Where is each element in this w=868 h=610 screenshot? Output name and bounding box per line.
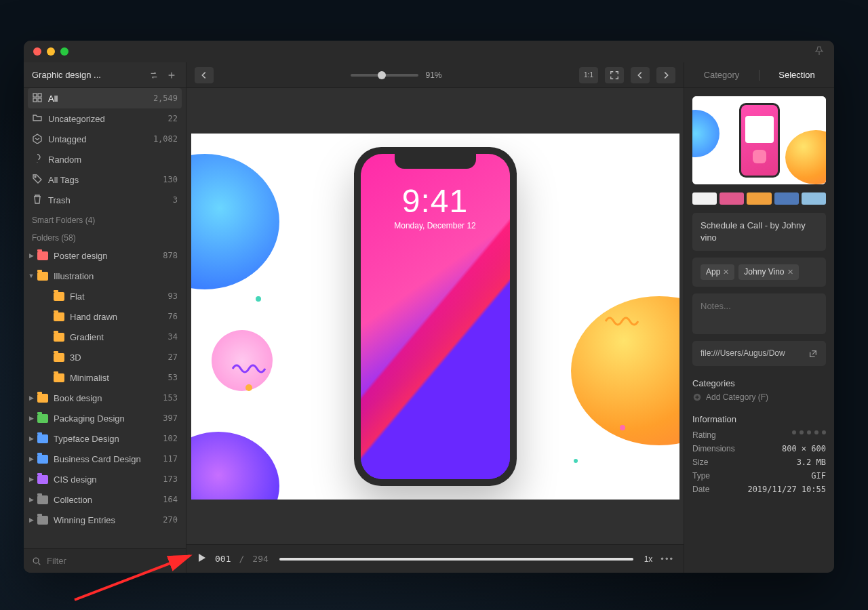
remove-tag-icon[interactable]: ✕ xyxy=(787,267,793,277)
folder-icon xyxy=(37,475,48,484)
folder-poster-design[interactable]: ▶ Poster design 878 xyxy=(24,245,186,266)
sidebar-item-all-tags[interactable]: All Tags 130 xyxy=(24,169,186,190)
phone-date: Monday, December 12 xyxy=(354,221,517,230)
chevron-icon[interactable]: ▶ xyxy=(28,394,35,401)
folder-packaging-design[interactable]: ▶ Packaging Design 397 xyxy=(24,408,186,428)
play-progress[interactable] xyxy=(279,558,633,561)
thumbnail-preview[interactable]: GIF xyxy=(692,96,826,184)
item-url[interactable]: file:///Users/Augus/Dow xyxy=(692,341,826,366)
sidebar-scroll[interactable]: All 2,549 Uncategorized 22 Untagged 1,08… xyxy=(24,88,186,548)
tab-category[interactable]: Category xyxy=(684,70,759,80)
inspector-tabs: Category Selection xyxy=(684,62,834,88)
open-url-icon[interactable] xyxy=(808,349,818,359)
folder-collection[interactable]: ▶ Collection 164 xyxy=(24,489,186,510)
add-category-button[interactable]: Add Category (F) xyxy=(684,392,834,409)
app-window: Graphic design ... All 2,549 Uncategoriz… xyxy=(24,41,834,573)
next-button[interactable] xyxy=(656,67,675,83)
folder-icon xyxy=(54,312,64,321)
sidebar: Graphic design ... All 2,549 Uncategoriz… xyxy=(24,62,186,573)
back-button[interactable] xyxy=(195,67,214,83)
play-speed[interactable]: 1x xyxy=(644,554,653,564)
folder-winning-entries[interactable]: ▶ Winning Entries 270 xyxy=(24,510,186,530)
fit-button[interactable] xyxy=(605,67,624,83)
folder-icon xyxy=(37,495,48,504)
svg-rect-3 xyxy=(38,98,41,102)
color-swatch[interactable] xyxy=(692,192,717,205)
folder-3d[interactable]: 3D 27 xyxy=(24,347,186,367)
item-tags[interactable]: App✕Johny Vino✕ xyxy=(692,258,826,287)
color-swatch[interactable] xyxy=(719,192,744,205)
preview-image: 9:41 Monday, December 12 xyxy=(191,134,679,500)
sidebar-item-uncategorized[interactable]: Uncategorized 22 xyxy=(24,108,186,129)
folder-icon xyxy=(54,353,64,362)
zoom-button[interactable] xyxy=(60,47,68,56)
folder-hand-drawn[interactable]: Hand drawn 76 xyxy=(24,306,186,327)
main-pane: 91% 1:1 xyxy=(186,62,684,573)
folder-icon xyxy=(37,455,48,464)
folder-flat[interactable]: Flat 93 xyxy=(24,286,186,306)
folder-business-card-design[interactable]: ▶ Business Card Design 117 xyxy=(24,449,186,469)
information-label: Information xyxy=(684,409,834,428)
smart-folders-section[interactable]: Smart Folders (4) xyxy=(24,210,186,228)
tab-selection[interactable]: Selection xyxy=(760,70,834,80)
folder-cis-design[interactable]: ▶ CIS design 173 xyxy=(24,469,186,489)
sidebar-item-all[interactable]: All 2,549 xyxy=(28,88,182,108)
folder-typeface-design[interactable]: ▶ Typeface Design 102 xyxy=(24,428,186,449)
chevron-icon[interactable]: ▶ xyxy=(28,476,35,483)
folder-icon xyxy=(37,414,48,423)
info-dimensions: Dimensions 800 × 600 xyxy=(684,442,834,455)
folder-icon xyxy=(54,333,64,342)
folder-icon xyxy=(37,272,48,281)
close-button[interactable] xyxy=(33,47,41,56)
filter-bar xyxy=(24,548,186,573)
chevron-icon[interactable]: ▶ xyxy=(28,252,35,259)
chevron-icon[interactable]: ▶ xyxy=(28,435,35,442)
folder-illustration[interactable]: ▼ Illustration xyxy=(24,266,186,286)
sidebar-item-trash[interactable]: Trash 3 xyxy=(24,190,186,210)
minimize-button[interactable] xyxy=(47,47,55,56)
main-toolbar: 91% 1:1 xyxy=(186,62,684,88)
folder-icon xyxy=(54,292,64,301)
sidebar-item-untagged[interactable]: Untagged 1,082 xyxy=(24,129,186,149)
chevron-icon[interactable]: ▶ xyxy=(28,516,35,523)
info-rating[interactable]: Rating xyxy=(684,428,834,442)
more-button[interactable]: ••• xyxy=(660,554,674,564)
rating-dots[interactable] xyxy=(792,430,826,440)
color-swatch[interactable] xyxy=(802,192,826,205)
color-swatch[interactable] xyxy=(747,192,771,205)
play-button[interactable] xyxy=(196,552,207,565)
color-swatch[interactable] xyxy=(774,192,799,205)
item-notes[interactable]: Notes... xyxy=(692,293,826,334)
folder-minimalist[interactable]: Minimalist 53 xyxy=(24,367,186,388)
actual-size-button[interactable]: 1:1 xyxy=(579,67,598,83)
folder-icon xyxy=(54,373,64,382)
prev-button[interactable] xyxy=(631,67,650,83)
filter-input[interactable] xyxy=(47,556,178,566)
tag-app[interactable]: App✕ xyxy=(701,264,734,280)
remove-tag-icon[interactable]: ✕ xyxy=(723,267,729,277)
random-icon xyxy=(32,153,43,166)
search-icon xyxy=(32,556,41,566)
sidebar-item-random[interactable]: Random xyxy=(24,149,186,169)
preview-stage[interactable]: 9:41 Monday, December 12 xyxy=(186,88,684,544)
sidebar-header: Graphic design ... xyxy=(24,62,186,88)
folder-icon xyxy=(37,434,48,443)
chevron-icon[interactable]: ▼ xyxy=(28,272,35,279)
folder-gradient[interactable]: Gradient 34 xyxy=(24,327,186,347)
zoom-slider[interactable] xyxy=(351,74,418,77)
folders-section[interactable]: Folders (58) xyxy=(24,228,186,245)
trash-icon xyxy=(32,194,43,207)
folder-book-design[interactable]: ▶ Book design 153 xyxy=(24,388,186,408)
traffic-lights xyxy=(33,47,68,56)
item-title[interactable]: Schedule a Call - by Johny vino xyxy=(692,213,826,251)
chevron-icon[interactable]: ▶ xyxy=(28,496,35,503)
add-icon[interactable] xyxy=(165,69,178,81)
chevron-icon[interactable]: ▶ xyxy=(28,415,35,422)
switch-library-icon[interactable] xyxy=(148,69,160,81)
pin-icon[interactable] xyxy=(814,45,825,58)
tag-johny-vino[interactable]: Johny Vino✕ xyxy=(738,264,798,280)
library-name[interactable]: Graphic design ... xyxy=(32,70,142,80)
folder-icon xyxy=(37,251,48,260)
url-text: file:///Users/Augus/Dow xyxy=(701,348,804,359)
chevron-icon[interactable]: ▶ xyxy=(28,455,35,462)
